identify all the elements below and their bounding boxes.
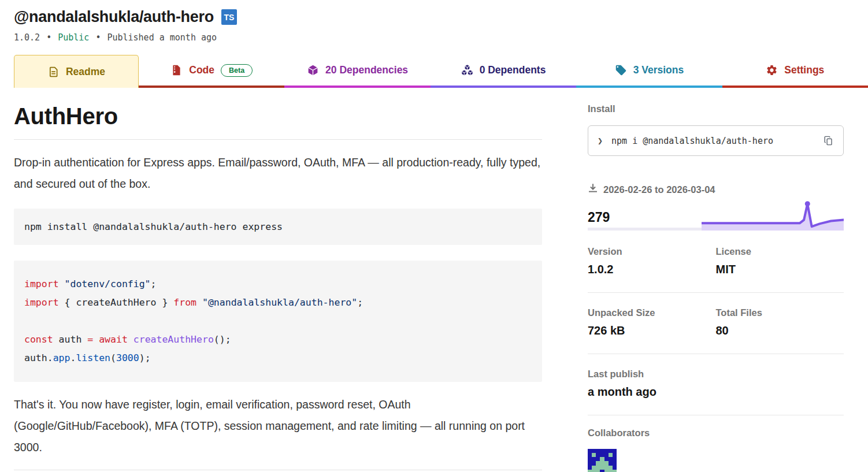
stat-value: 726 kB xyxy=(588,324,716,337)
code-line: const auth = await createAuthHero(); xyxy=(24,330,532,349)
stat-license: LicenseMIT xyxy=(716,246,844,276)
tab-label: Settings xyxy=(784,64,824,76)
downloads-section: 2026-02-26 to 2026-03-04 279 xyxy=(588,183,844,231)
usage-code-block: import "dotenv/config";import { createAu… xyxy=(14,261,542,382)
tab-label: Readme xyxy=(66,66,105,78)
package-meta: 1.0.2 • Public • Published a month ago xyxy=(14,32,854,43)
dependencies-cube-icon xyxy=(307,64,319,76)
meta-separator: • xyxy=(95,32,101,43)
package-title: @nandalalshukla/auth-hero xyxy=(14,8,214,26)
stat-label: License xyxy=(716,246,844,257)
copy-icon[interactable] xyxy=(823,135,834,146)
install-command: npm i @nandalalshukla/auth-hero xyxy=(611,136,823,146)
stat-row: Unpacked Size726 kBTotal Files80 xyxy=(588,293,844,354)
install-heading: Install xyxy=(588,103,844,114)
tab-settings[interactable]: Settings xyxy=(722,55,868,88)
tab-label: Code xyxy=(189,64,214,76)
install-command-box: ❯ npm i @nandalalshukla/auth-hero xyxy=(588,125,844,156)
section-divider xyxy=(14,470,542,470)
heading-divider xyxy=(14,139,542,140)
code-line: import { createAuthHero } from "@nandala… xyxy=(24,293,532,312)
readme-outro-paragraph: That's it. You now have register, login,… xyxy=(14,394,542,458)
tab-versions[interactable]: 3 Versions xyxy=(576,55,722,88)
stat-last-publish: Last publisha month ago xyxy=(588,369,716,399)
stat-label: Total Files xyxy=(716,307,844,318)
stat-label: Version xyxy=(588,246,716,257)
beta-badge: Beta xyxy=(221,64,253,77)
readme-panel: AuthHero Drop-in authentication for Expr… xyxy=(14,103,542,472)
downloads-date-range: 2026-02-26 to 2026-03-04 xyxy=(603,184,715,195)
code-line: import "dotenv/config"; xyxy=(24,275,532,293)
package-header: @nandalalshukla/auth-hero TS 1.0.2 • Pub… xyxy=(0,0,868,43)
dependents-cubes-icon xyxy=(461,64,473,76)
code-line xyxy=(24,312,532,330)
stat-row: Version1.0.2LicenseMIT xyxy=(588,231,844,293)
readme-doc-icon xyxy=(47,66,60,78)
download-icon xyxy=(588,183,598,196)
prompt-chevron-icon: ❯ xyxy=(598,136,603,146)
stat-value: 80 xyxy=(716,324,844,337)
tab-bar: ReadmeCodeBeta20 Dependencies0 Dependent… xyxy=(0,55,868,88)
code-zip-icon xyxy=(170,64,183,76)
sidebar: Install ❯ npm i @nandalalshukla/auth-her… xyxy=(588,103,844,472)
settings-gear-icon xyxy=(766,64,778,76)
tab-dependents[interactable]: 0 Dependents xyxy=(431,55,576,88)
collaborator-avatar[interactable] xyxy=(588,449,617,472)
stat-value: MIT xyxy=(716,263,844,276)
meta-separator: • xyxy=(46,32,51,43)
weekly-downloads-count: 279 xyxy=(588,210,610,225)
package-stats: Version1.0.2LicenseMITUnpacked Size726 k… xyxy=(588,231,844,415)
stat-unpacked-size: Unpacked Size726 kB xyxy=(588,307,716,337)
published-date: Published a month ago xyxy=(107,32,217,43)
stat-version: Version1.0.2 xyxy=(588,246,716,276)
collaborators-heading: Collaborators xyxy=(588,428,844,438)
stat-value: a month ago xyxy=(588,385,716,399)
code-line: auth.app.listen(3000); xyxy=(24,349,532,367)
tab-label: 20 Dependencies xyxy=(325,64,408,76)
stat-label: Last publish xyxy=(588,369,716,380)
versions-tag-icon xyxy=(615,64,627,76)
stat-row: Last publisha month ago xyxy=(588,354,844,415)
tab-dependencies[interactable]: 20 Dependencies xyxy=(284,55,430,88)
visibility-badge: Public xyxy=(58,32,89,43)
typescript-badge: TS xyxy=(221,9,237,25)
readme-intro-paragraph: Drop-in authentication for Express apps.… xyxy=(14,152,542,195)
install-code-block: npm install @nandalalshukla/auth-hero ex… xyxy=(14,209,542,245)
package-version: 1.0.2 xyxy=(14,32,40,43)
collaborators-section: Collaborators xyxy=(588,415,844,472)
tab-readme[interactable]: Readme xyxy=(14,55,139,88)
stat-value: 1.0.2 xyxy=(588,263,716,276)
tab-code[interactable]: CodeBeta xyxy=(139,55,284,88)
readme-heading: AuthHero xyxy=(14,103,542,129)
stat-total-files: Total Files80 xyxy=(716,307,844,337)
stat-label: Unpacked Size xyxy=(588,307,716,318)
tab-label: 3 Versions xyxy=(633,64,684,76)
downloads-sparkline-chart xyxy=(702,199,844,231)
tab-label: 0 Dependents xyxy=(480,64,546,76)
